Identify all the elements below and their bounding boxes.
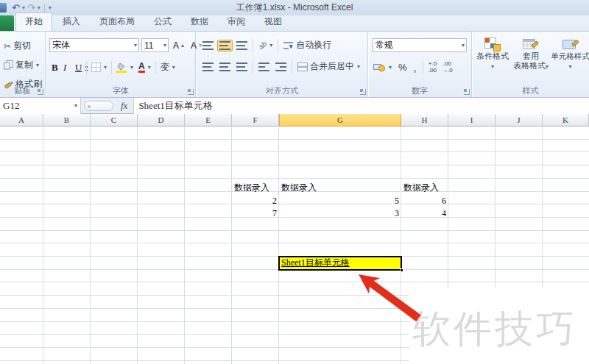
tab-formulas[interactable]: 公式 (145, 13, 180, 31)
name-box-dropdown-icon[interactable]: ▾ (74, 102, 77, 109)
file-tab-partial[interactable] (0, 15, 14, 31)
qat-separator (44, 4, 45, 13)
tab-home[interactable]: 开始 (15, 13, 52, 31)
orientation-button[interactable]: ab (256, 40, 275, 51)
fill-color-button[interactable] (114, 61, 135, 74)
wrap-text-icon (283, 41, 294, 50)
copy-button[interactable]: 复制 (1, 57, 44, 73)
font-family-combo[interactable]: 宋体 ▾ (49, 38, 139, 52)
decrease-decimal-icon: .00 (443, 62, 451, 66)
column-header-B[interactable]: B (43, 114, 91, 126)
column-header-F[interactable]: F (232, 114, 279, 126)
grid-line-vertical (184, 126, 185, 364)
wrap-text-button[interactable]: 自动换行 (281, 38, 334, 53)
align-left-button[interactable] (200, 61, 216, 73)
bottom-align-icon (236, 41, 247, 50)
increase-decimal-button[interactable]: +.0 .00 (427, 60, 438, 75)
comma-style-button[interactable]: , (412, 60, 419, 75)
column-header-G[interactable]: G (279, 114, 401, 126)
insert-function-button[interactable]: fx (121, 100, 127, 112)
tab-data[interactable]: 数据 (182, 13, 217, 31)
underline-button[interactable]: U (73, 60, 84, 75)
formula-input[interactable]: Sheet1目标单元格 (133, 98, 589, 114)
middle-align-button[interactable] (217, 40, 233, 51)
column-header-J[interactable]: J (495, 114, 543, 126)
column-header-C[interactable]: C (91, 114, 138, 126)
accounting-format-button[interactable] (371, 61, 394, 74)
grid-cell-F7[interactable]: 7 (232, 207, 279, 221)
customize-qat-icon[interactable]: ▾ (49, 4, 52, 11)
bold-button[interactable]: B (49, 60, 60, 75)
italic-button[interactable]: I (61, 60, 72, 75)
alignment-group: ab 自动换行 合并后居中 对齐方式 (197, 32, 368, 97)
column-headers: ABCDEFGHIJK (0, 114, 589, 126)
grid-cell-H7[interactable]: 4 (401, 207, 448, 221)
phonetic-guide-button[interactable]: 变 (158, 60, 177, 75)
column-header-A[interactable]: A (0, 114, 43, 126)
align-center-icon (219, 63, 230, 71)
tab-view[interactable]: 视图 (255, 13, 291, 31)
grid-cell-H5[interactable]: 数据录入 (401, 182, 448, 195)
align-right-button[interactable] (234, 61, 250, 73)
grid-cell-G7[interactable]: 3 (279, 207, 401, 221)
percent-style-button[interactable]: % (396, 60, 409, 74)
tab-insert[interactable]: 插入 (54, 13, 89, 31)
grid-cell-F5[interactable]: 数据录入 (232, 182, 279, 195)
save-icon[interactable] (0, 3, 7, 13)
redo-icon[interactable]: ↷ (27, 3, 36, 13)
font-color-button[interactable]: A (136, 61, 153, 74)
grid-cell-F6[interactable]: 2 (232, 195, 279, 208)
grow-font-button[interactable]: A▴ (171, 39, 186, 52)
cell-styles-button[interactable]: 单元格样式 (550, 36, 589, 71)
styles-group: 条件格式 套用 表格格式 单元格样式 样式 (472, 32, 589, 97)
column-header-E[interactable]: E (185, 114, 232, 126)
merge-center-button[interactable]: 合并后居中 (295, 59, 362, 74)
align-center-button[interactable] (217, 61, 233, 73)
grid-area[interactable]: 软件技巧 数据录入数据录入数据录入256734Sheet1目标单元格 (0, 126, 589, 364)
grid-cell-G5[interactable]: 数据录入 (279, 182, 401, 195)
cut-button[interactable]: ✂ 剪切 (1, 38, 44, 54)
number-dialog-launcher-icon[interactable] (464, 89, 470, 95)
number-format-combo[interactable]: 常规 ▾ (373, 38, 467, 52)
number-group: 常规 ▾ % , +.0 .00 .00 →.0 数字 (368, 32, 472, 97)
bottom-align-button[interactable] (234, 40, 250, 51)
tab-review[interactable]: 审阅 (219, 13, 254, 31)
top-align-button[interactable] (200, 40, 216, 51)
merge-center-icon (297, 63, 308, 71)
tab-page-layout[interactable]: 页面布局 (91, 13, 144, 31)
window-title: 工作簿1.xlsx - Microsoft Excel (0, 1, 589, 14)
fill-handle[interactable] (400, 268, 403, 272)
format-as-table-button[interactable]: 套用 表格格式 (512, 36, 550, 71)
font-size-dropdown-icon[interactable]: ▾ (163, 42, 166, 49)
increase-indent-icon (275, 63, 286, 71)
clipboard-dialog-launcher-icon[interactable] (38, 89, 43, 95)
font-dialog-launcher-icon[interactable] (188, 89, 194, 95)
name-box[interactable]: G12 ▾ (0, 98, 81, 114)
number-format-dropdown-icon[interactable]: ▾ (462, 42, 465, 49)
font-family-dropdown-icon[interactable]: ▾ (134, 42, 137, 49)
increase-indent-button[interactable] (273, 61, 289, 73)
grid-line-horizontal (0, 151, 589, 152)
alignment-group-label: 对齐方式 (197, 85, 367, 96)
column-header-D[interactable]: D (138, 114, 185, 126)
grid-line-horizontal (0, 139, 589, 140)
undo-dropdown-icon[interactable]: ▾ (22, 4, 25, 11)
borders-icon (91, 63, 101, 72)
decrease-indent-button[interactable] (256, 61, 272, 73)
grid-line-horizontal (0, 282, 589, 282)
decrease-decimal-button[interactable]: .00 →.0 (440, 60, 454, 75)
formula-bar-handle[interactable] (84, 101, 113, 111)
column-header-I[interactable]: I (448, 114, 495, 126)
selected-cell-G12[interactable]: Sheet1目标单元格 (278, 256, 402, 271)
alignment-dialog-launcher-icon[interactable] (360, 89, 366, 95)
column-header-K[interactable]: K (543, 114, 589, 126)
grid-cell-G6[interactable]: 5 (279, 195, 401, 208)
redo-dropdown-icon[interactable]: ▾ (38, 4, 40, 11)
font-size-combo[interactable]: 11 ▾ (141, 38, 169, 52)
borders-button[interactable] (89, 61, 109, 74)
grid-line-horizontal (0, 243, 589, 243)
conditional-formatting-button[interactable]: 条件格式 (473, 36, 512, 71)
column-header-H[interactable]: H (401, 114, 448, 126)
undo-icon[interactable]: ↶ (11, 3, 21, 13)
grid-cell-H6[interactable]: 6 (401, 195, 448, 208)
